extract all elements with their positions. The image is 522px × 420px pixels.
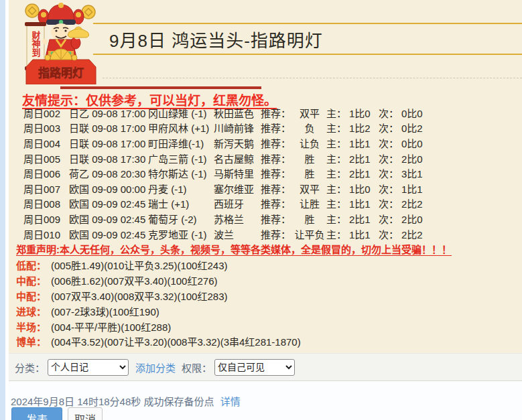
match-home-team: 克罗地亚 (-1) — [148, 227, 214, 241]
combo-list: 低配： (005胜1.49)(010让平负3.25)(100红243) 中配： … — [16, 257, 522, 349]
match-away-team: 苏格兰 — [214, 212, 261, 226]
details-link[interactable]: 详情 — [220, 396, 241, 407]
combo-value: (007双平3.40)(008双平3.32)(100红283) — [51, 289, 227, 303]
main-score-value: 1比0 — [349, 106, 379, 120]
main-score-label: 主： — [326, 106, 349, 120]
match-home-team: 特尔斯达 (-1) — [148, 166, 214, 180]
alt-score-label: 次： — [379, 166, 401, 180]
match-away-team: 川崎前锋 — [214, 121, 261, 135]
recommend-value: 胜 — [293, 166, 326, 180]
backup-status: 2024年9月8日 14时18分48秒 成功保存备份点 详情 — [11, 394, 241, 408]
combo-line: 中配： (007双平3.40)(008双平3.32)(100红283) — [16, 288, 522, 303]
match-away-team: 马斯特里 — [214, 166, 261, 180]
combo-value: (004平3.52)(007让平3.20)(008平3.32)(3串4红281-… — [51, 334, 301, 348]
alt-score-value: 0比2 — [401, 121, 423, 135]
match-table: 周日002 日乙 09-08 17:00 冈山绿雉 (-1) 秋田蓝色 推荐： … — [9, 105, 522, 241]
combo-value: (005胜1.49)(010让平负3.25)(100红243) — [51, 258, 227, 272]
alt-score-label: 次： — [379, 106, 401, 120]
main-score-label: 主： — [326, 151, 349, 165]
alt-score-label: 次： — [379, 212, 401, 226]
table-row: 周日003 日联 09-08 17:00 甲府风林 (+1) 川崎前锋 推荐： … — [23, 121, 522, 136]
alt-score-label: 次： — [379, 151, 401, 165]
category-bar: 分类： 个人日记 添加分类 权限： 仅自己可见 — [9, 353, 522, 381]
match-league-time: 日联 09-08 17:00 — [69, 121, 148, 135]
add-category-link[interactable]: 添加分类 — [135, 360, 176, 374]
recommend-value: 负 — [293, 121, 326, 135]
recommend-label: 推荐： — [261, 196, 293, 210]
dashed-divider — [103, 78, 522, 78]
match-home-team: 甲府风林 (+1) — [148, 121, 214, 135]
main-score-label: 主： — [326, 136, 349, 150]
hat — [38, 3, 84, 25]
alt-score-value: 2比0 — [401, 212, 423, 226]
combo-line: 中配： (006胜1.62)(007双平3.40)(100红276) — [16, 273, 522, 288]
match-id: 周日003 — [23, 121, 69, 135]
category-select[interactable]: 个人日记 — [48, 359, 129, 376]
alt-score-label: 次： — [379, 227, 401, 241]
table-row: 周日002 日乙 09-08 17:00 冈山绿雉 (-1) 秋田蓝色 推荐： … — [23, 105, 522, 121]
gold-coin-icon — [25, 4, 39, 17]
match-league-time: 欧国 09-09 02:45 — [69, 212, 148, 226]
match-id: 周日007 — [23, 182, 69, 196]
match-league-time: 日乙 09-08 17:00 — [69, 106, 148, 120]
match-league-time: 日联 09-08 17:00 — [69, 136, 148, 150]
recommend-label: 推荐： — [261, 136, 293, 150]
table-row: 周日006 荷乙 09-08 20:30 特尔斯达 (-1) 马斯特里 推荐： … — [23, 165, 522, 181]
match-id: 周日005 — [23, 151, 69, 165]
category-label: 分类： — [15, 360, 45, 374]
main-score-label: 主： — [326, 166, 349, 180]
match-league-time: 荷乙 09-08 20:30 — [69, 166, 148, 180]
recommend-label: 推荐： — [261, 151, 293, 165]
alt-score-value: 1比1 — [401, 182, 423, 196]
recommend-label: 推荐： — [261, 227, 293, 241]
alt-score-value: 2比0 — [401, 151, 423, 165]
match-away-team: 波兰 — [214, 227, 261, 241]
recommend-value: 双平 — [293, 182, 326, 196]
permission-select[interactable]: 仅自己可见 — [214, 359, 295, 376]
match-home-team: 丹麦 (-1) — [148, 182, 214, 196]
combo-label: 进球： — [16, 304, 51, 318]
main-score-value: 2比1 — [349, 166, 379, 180]
recommend-value: 让胜 — [293, 196, 326, 210]
table-row: 周日005 日联 09-08 17:30 广岛三箭 (-1) 名古屋鲸 推荐： … — [23, 151, 522, 166]
combo-label: 中配： — [16, 273, 51, 287]
publish-button[interactable]: 发表 — [11, 407, 62, 420]
recommend-label: 推荐： — [261, 212, 293, 226]
match-home-team: 葡萄牙 (-2) — [148, 212, 214, 226]
match-id: 周日010 — [23, 227, 69, 241]
mascot-base-text: 指路明灯 — [38, 66, 84, 80]
alt-score-label: 次： — [379, 136, 401, 150]
main-score-label: 主： — [326, 121, 349, 135]
recommend-value: 让负 — [293, 136, 326, 150]
table-row: 周日008 欧国 09-09 02:45 瑞士 (+1) 西班牙 推荐： 让胜 … — [23, 196, 522, 212]
main-score-value: 1比0 — [349, 182, 379, 196]
alt-score-value: 2比2 — [401, 196, 423, 210]
match-away-team: 西班牙 — [214, 196, 261, 210]
alt-score-label: 次： — [379, 196, 401, 210]
match-id: 周日008 — [23, 196, 69, 210]
gold-ingot-icon — [68, 27, 88, 38]
alt-score-label: 次： — [379, 182, 401, 196]
combo-label: 半场： — [16, 320, 51, 334]
combo-label: 博单： — [16, 334, 51, 348]
cancel-button[interactable]: 取消 — [68, 407, 103, 420]
disclaimer-text: 郑重声明:本人无任何，公众号，头条，视频号，等等各类媒体，全是假冒的，切勿上当受… — [16, 242, 452, 256]
main-score-value: 2比1 — [349, 151, 379, 165]
combo-line: 进球： (007-2球3球)(100红190) — [16, 303, 522, 319]
recommend-value: 胜 — [293, 151, 326, 165]
main-score-value: 1比1 — [349, 227, 379, 241]
god-of-wealth-mascot: 财神到 指路明灯 — [21, 1, 101, 84]
combo-label: 低配： — [16, 258, 51, 272]
match-away-team: 塞尔维亚 — [214, 182, 261, 196]
match-away-team: 秋田蓝色 — [214, 106, 261, 120]
match-league-time: 欧国 09-09 02:45 — [69, 227, 148, 241]
match-home-team: 瑞士 (+1) — [148, 196, 214, 210]
match-away-team: 新泻天鹅 — [214, 136, 261, 150]
title-band: 9月8日 鸿运当头-指路明灯 — [93, 23, 522, 55]
combo-label: 中配： — [16, 289, 51, 303]
combo-value: (007-2球3球)(100红190) — [51, 304, 159, 318]
match-id: 周日004 — [23, 136, 69, 150]
table-row: 周日007 欧国 09-09 00:00 丹麦 (-1) 塞尔维亚 推荐： 双平… — [23, 181, 522, 196]
red-divider — [60, 86, 261, 89]
permission-label: 权限： — [182, 360, 212, 374]
